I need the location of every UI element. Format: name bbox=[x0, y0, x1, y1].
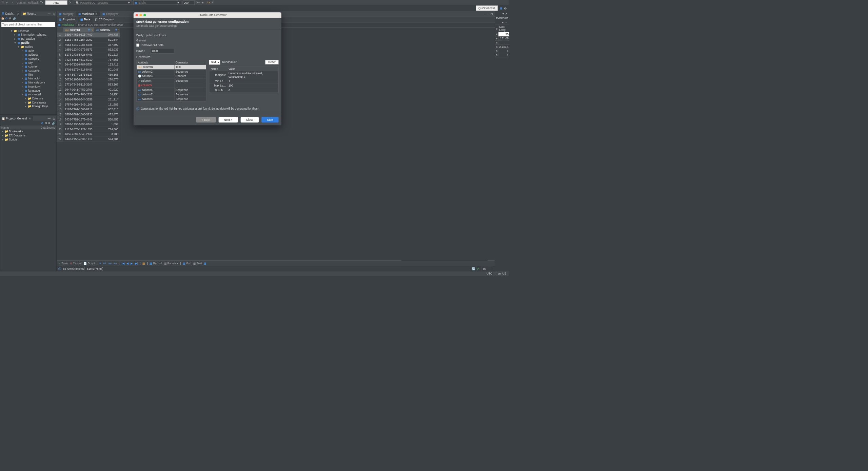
script-button[interactable]: 📄Script bbox=[83, 262, 95, 265]
tab-mockdata[interactable]: ▦mockdata✕ bbox=[76, 12, 100, 16]
prop-value[interactable]: 100 bbox=[227, 83, 278, 88]
home-icon[interactable]: 🏠 bbox=[1, 17, 4, 20]
cell-col2[interactable]: 774,506 bbox=[94, 127, 120, 132]
cell-col1[interactable]: 6585-8581-2600-5233 bbox=[63, 112, 94, 117]
next-icon[interactable]: → bbox=[505, 21, 507, 24]
reset-button[interactable]: Reset bbox=[265, 60, 279, 64]
minimize-icon[interactable]: — bbox=[46, 117, 52, 120]
tree-table-film[interactable]: ▸▦film bbox=[0, 73, 57, 77]
edit-row-icon[interactable]: ≡ bbox=[100, 262, 101, 265]
cell-col2[interactable]: 737,566 bbox=[94, 57, 120, 62]
cell-col2[interactable]: 181,585 bbox=[94, 102, 120, 107]
cell-col1[interactable]: 9767-5674-2171-5127 bbox=[63, 72, 94, 77]
cancel-button[interactable]: ✕Cancel bbox=[70, 262, 82, 265]
generator-type-select[interactable]: Text bbox=[209, 60, 220, 64]
cell-col2[interactable]: 153,419 bbox=[94, 62, 120, 67]
start-button[interactable]: Start bbox=[261, 117, 278, 123]
filter-icon[interactable]: ▼↑? bbox=[87, 28, 93, 31]
cell-col2[interactable]: 1,899 bbox=[94, 122, 120, 127]
close-icon[interactable]: ✕ bbox=[29, 117, 31, 120]
window-zoom-icon[interactable] bbox=[143, 14, 146, 16]
prop-row[interactable]: Min Le…1 bbox=[209, 79, 278, 83]
commit-button[interactable]: Commit bbox=[17, 1, 26, 4]
close-button[interactable]: Close bbox=[240, 117, 259, 123]
subtab-data[interactable]: ▦Data bbox=[78, 17, 93, 22]
table-row[interactable]: 142601-8796-0544-3658261,214 bbox=[57, 97, 120, 102]
first-icon[interactable]: |◀ bbox=[122, 262, 125, 265]
menu2-icon[interactable]: ▾ bbox=[502, 21, 504, 24]
cell-col2[interactable]: 591,217 bbox=[94, 52, 120, 57]
prop-row[interactable]: TemplateLorem ipsum dolor sit amet, cons… bbox=[209, 71, 278, 79]
expand-icon[interactable]: ⊞ bbox=[48, 121, 51, 125]
table-row[interactable]: 139489-1175-4260-273254,154 bbox=[57, 92, 120, 97]
cell-col2[interactable]: 54,154 bbox=[94, 92, 120, 97]
cell-col1[interactable]: 4553-6249-1085-5385 bbox=[63, 42, 94, 48]
table-row[interactable]: 34553-6249-1085-5385367,892 bbox=[57, 42, 120, 48]
tree-info-schema[interactable]: ▸▦information_schema bbox=[0, 33, 57, 37]
cell-col1[interactable]: 9787-6098-4343-1166 bbox=[63, 102, 94, 107]
undo-icon[interactable]: ↶ bbox=[212, 1, 215, 4]
link-icon[interactable]: 🔗 bbox=[13, 17, 16, 20]
cell-col2[interactable]: 401,020 bbox=[94, 87, 120, 92]
attr-row-column7[interactable]: 123 column7Sequence bbox=[137, 92, 206, 97]
maximize-icon[interactable]: ◻ bbox=[489, 12, 495, 15]
cell-col1[interactable]: 2771-7343-5115-3207 bbox=[63, 82, 94, 87]
prop-value[interactable]: Lorem ipsum dolor sit amet, consectetur … bbox=[227, 71, 278, 79]
cell-col1[interactable]: 2601-8796-0544-3658 bbox=[63, 97, 94, 102]
cell-col1[interactable]: 7424-6851-4512-5010 bbox=[63, 57, 94, 62]
config-icon[interactable]: ▦ bbox=[204, 262, 206, 265]
prop-row[interactable]: Max Le…100 bbox=[209, 83, 278, 88]
table-row[interactable]: 42855-1234-3272-5671862,032 bbox=[57, 47, 120, 52]
minimize-icon[interactable]: — bbox=[483, 12, 489, 15]
table-row[interactable]: 202113-2675-1727-1855774,506 bbox=[57, 127, 120, 132]
table-row[interactable]: 167167-7761-1506-8211962,816 bbox=[57, 107, 120, 112]
link-icon[interactable]: 🔗 bbox=[52, 121, 55, 125]
attr-row-column4[interactable]: ✓ column4Sequence bbox=[137, 78, 206, 83]
tree-table-film_category[interactable]: ▸▦film_category bbox=[0, 80, 57, 84]
del-row-icon[interactable]: ≡− bbox=[114, 262, 117, 265]
cell-col1[interactable]: 5646-7239-6787-5754 bbox=[63, 62, 94, 67]
cell-col1[interactable]: 2113-2675-1727-1855 bbox=[63, 127, 94, 132]
cell-col1[interactable]: 4056-4297-5540-2132 bbox=[63, 132, 94, 137]
tree-table-language[interactable]: ▸▦language bbox=[0, 89, 57, 93]
last-icon[interactable]: ▶| bbox=[135, 262, 138, 265]
cell-col2[interactable]: 591,644 bbox=[94, 37, 120, 42]
maximize-icon[interactable]: ◻ bbox=[52, 117, 56, 120]
tab-employee[interactable]: ▦Employee bbox=[100, 12, 121, 16]
cell-col1[interactable]: 5178-2735-5728-6463 bbox=[63, 52, 94, 57]
maximize-icon[interactable]: ◻ bbox=[52, 12, 56, 15]
attr-row-column1[interactable]: ABC column1Text bbox=[137, 65, 206, 69]
minimize-icon[interactable]: — bbox=[46, 12, 52, 15]
tree-foreign-keys[interactable]: ▸📁Foreign Keys bbox=[0, 105, 57, 109]
cell-col1[interactable]: 3072-2103-8668-5448 bbox=[63, 77, 94, 82]
table-row[interactable]: 99767-5674-2171-5127466,365 bbox=[57, 72, 120, 77]
tree-table-city[interactable]: ▸▦city bbox=[0, 61, 57, 65]
column2-header[interactable]: 123 column2▼? bbox=[94, 27, 120, 33]
remove-old-data-checkbox[interactable] bbox=[136, 43, 139, 46]
attr-row-column6[interactable]: 123 column6Sequence bbox=[137, 88, 206, 92]
project-tab[interactable]: 📋 Project - General ✕ bbox=[0, 116, 33, 121]
project-item-bookmarks[interactable]: ▸📁Bookmarks bbox=[0, 129, 57, 133]
cell-col2[interactable]: 270,578 bbox=[94, 77, 120, 82]
refresh-icon[interactable]: ⟳ bbox=[5, 17, 8, 20]
cell-col2[interactable]: 340,737 bbox=[94, 32, 120, 37]
rollback-button[interactable]: Rollback bbox=[28, 1, 38, 4]
cell-col1[interactable]: 1152-7453-1154-2092 bbox=[63, 37, 94, 42]
cell-col1[interactable]: 8392-1733-5998-8168 bbox=[63, 122, 94, 127]
cell-col2[interactable]: 367,892 bbox=[94, 42, 120, 48]
cell-col2[interactable]: 962,816 bbox=[94, 107, 120, 112]
tree-table-mockada1[interactable]: ▼▦mockada1 bbox=[0, 92, 57, 96]
subtab-properties[interactable]: ▦Properties bbox=[57, 17, 78, 22]
grid-view-button[interactable]: ▦Grid bbox=[183, 262, 191, 265]
tree-filter-input[interactable] bbox=[1, 22, 55, 27]
close-icon[interactable]: ✕ bbox=[95, 12, 98, 15]
attr-row-column3[interactable]: 🕐 column3Random bbox=[137, 74, 206, 78]
prop-value[interactable]: 1 bbox=[227, 79, 278, 83]
cell-col2[interactable]: 261,214 bbox=[94, 97, 120, 102]
quick-access-button[interactable]: Quick Access bbox=[476, 5, 497, 11]
connection-combo[interactable]: 🐘 PostgreSQL - postgres ▼ bbox=[74, 0, 132, 5]
attr-row-column5[interactable]: ▦ column5 bbox=[137, 83, 206, 88]
tree-pg-catalog[interactable]: ▸▦pg_catalog bbox=[0, 37, 57, 41]
cell-col1[interactable]: 3899-4462-9313-7400 bbox=[63, 32, 94, 37]
table-row[interactable]: 224448-2753-4639-1417524,284 bbox=[57, 137, 120, 142]
